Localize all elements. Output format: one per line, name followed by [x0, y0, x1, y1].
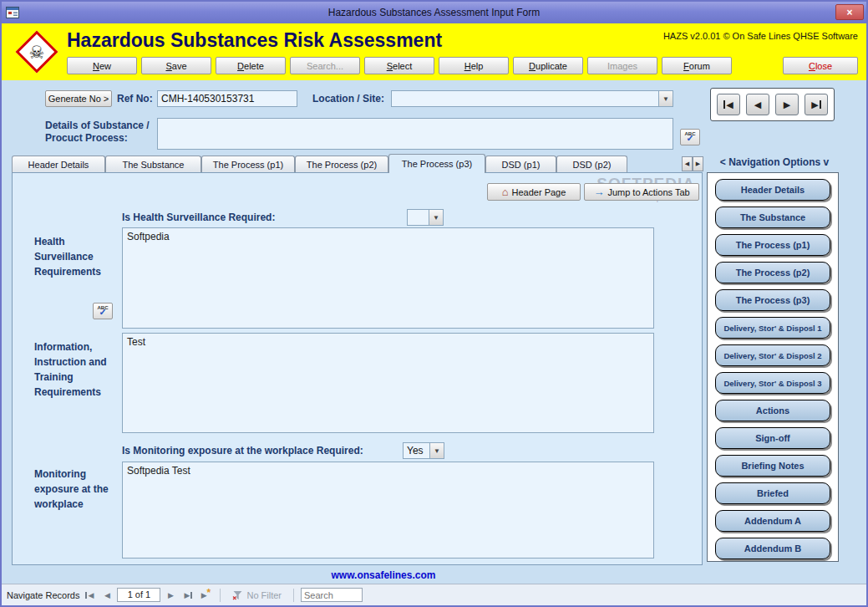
- header-page-label: Header Page: [512, 187, 566, 197]
- tab-the-substance[interactable]: The Substance: [105, 156, 201, 172]
- health-surveillance-textarea[interactable]: Softpedia: [122, 227, 654, 329]
- tab-dsd-p2[interactable]: DSD (p2): [556, 156, 627, 172]
- sidebar-button-briefing-notes[interactable]: Briefing Notes: [715, 455, 830, 477]
- sidebar-button-sign-off[interactable]: Sign-off: [715, 427, 830, 449]
- status-next-record-button[interactable]: ▶: [163, 588, 178, 603]
- tab-process-p3[interactable]: The Process (p3): [388, 154, 485, 173]
- status-first-record-button[interactable]: ◀: [82, 588, 97, 603]
- spell-check-icon: ✓: [99, 308, 106, 317]
- app-window: Hazardous Substances Assessment Input Fo…: [0, 0, 868, 607]
- navigation-sidebar: Header Details The Substance The Process…: [707, 172, 839, 562]
- health-surveillance-combo-value: [407, 209, 429, 226]
- monitoring-dropdown-arrow[interactable]: ▼: [429, 442, 444, 459]
- new-record-button[interactable]: ▶*: [198, 588, 213, 603]
- save-button[interactable]: Save: [141, 57, 211, 74]
- monitoring-textarea[interactable]: Softpedia Test: [122, 462, 654, 559]
- information-training-label: Information, Instruction and Training Re…: [34, 339, 126, 400]
- tab-dsd-p1[interactable]: DSD (p1): [485, 156, 556, 172]
- form-heading: Hazardous Substances Risk Assessment: [67, 29, 442, 52]
- monitoring-combobox[interactable]: Yes ▼: [403, 442, 444, 459]
- health-surveillance-combobox[interactable]: ▼: [407, 209, 444, 226]
- window-title: Hazardous Substances Assessment Input Fo…: [2, 7, 866, 18]
- sidebar-button-addendum-a[interactable]: Addendum A: [715, 510, 830, 532]
- help-button[interactable]: Help: [439, 57, 509, 74]
- ref-no-input[interactable]: [157, 90, 297, 107]
- tab-header-details[interactable]: Header Details: [12, 156, 105, 172]
- form-body: Generate No > Ref No: Location / Site: ▼…: [2, 80, 866, 605]
- filter-button[interactable]: No Filter: [227, 589, 287, 601]
- information-training-textarea[interactable]: Test: [122, 333, 654, 433]
- spell-check-button[interactable]: ABC ✓: [680, 129, 700, 145]
- tab-process-p2[interactable]: The Process (p2): [295, 156, 388, 172]
- search-button[interactable]: Search...: [290, 57, 360, 74]
- spell-check-icon: ✓: [686, 134, 693, 143]
- new-record-star-icon: *: [207, 587, 211, 599]
- tab-scroll-right-button[interactable]: ▶: [693, 156, 703, 171]
- duplicate-button[interactable]: Duplicate: [513, 57, 583, 74]
- skull-icon: ☠: [29, 43, 45, 60]
- sidebar-button-process-p3[interactable]: The Process (p3): [715, 289, 830, 311]
- sidebar-button-process-p2[interactable]: The Process (p2): [715, 262, 830, 283]
- location-combobox[interactable]: ▼: [391, 90, 673, 107]
- previous-record-button[interactable]: ◀: [746, 94, 769, 115]
- tab-page-process-p3: SOFTPEDIA www.softpedia.com ⌂ Header Pag…: [12, 172, 703, 565]
- jump-to-actions-button[interactable]: → Jump to Actions Tab: [584, 183, 699, 201]
- tab-process-p1[interactable]: The Process (p1): [201, 156, 295, 172]
- window-close-button[interactable]: ×: [835, 4, 864, 20]
- select-button[interactable]: Select: [364, 57, 434, 74]
- sidebar-button-delivery-1[interactable]: Delivery, Stor' & Disposl 1: [715, 317, 830, 339]
- details-input[interactable]: [157, 118, 673, 150]
- health-surveillance-label: Health Surveillance Requirements: [34, 234, 118, 279]
- next-record-button[interactable]: ▶: [775, 94, 799, 115]
- sidebar-button-delivery-3[interactable]: Delivery, Stor' & Disposl 3: [715, 372, 830, 394]
- house-icon: ⌂: [502, 186, 509, 197]
- sidebar-button-actions[interactable]: Actions: [715, 400, 830, 421]
- statusbar-separator: [220, 589, 221, 602]
- sidebar-button-addendum-b[interactable]: Addendum B: [715, 538, 830, 559]
- sidebar-button-process-p1[interactable]: The Process (p1): [715, 234, 830, 256]
- last-record-button[interactable]: ▶: [805, 94, 828, 115]
- generate-no-button[interactable]: Generate No >: [45, 90, 112, 107]
- jump-to-actions-label: Jump to Actions Tab: [607, 187, 689, 197]
- spell-check-button-2[interactable]: ABC ✓: [93, 303, 113, 319]
- navigation-options-label[interactable]: < Navigation Options v: [708, 156, 840, 168]
- monitoring-question-label: Is Monitoring exposure at the workplace …: [122, 445, 363, 457]
- main-toolbar: New Save Delete Search... Select Help Du…: [67, 57, 858, 74]
- ref-no-label: Ref No:: [117, 93, 153, 105]
- navigate-records-label: Navigate Records: [7, 590, 79, 600]
- record-position-box[interactable]: 1 of 1: [117, 588, 160, 602]
- record-search-input[interactable]: [301, 588, 363, 602]
- hazard-diamond-icon: ☠: [13, 28, 60, 75]
- header-page-button[interactable]: ⌂ Header Page: [487, 183, 581, 201]
- sidebar-button-the-substance[interactable]: The Substance: [715, 207, 830, 228]
- prev-arrow-icon: ◀: [754, 99, 761, 110]
- prev-arrow-icon: ◀: [88, 591, 94, 599]
- status-last-record-button[interactable]: ▶: [180, 588, 195, 603]
- last-record-icon: [190, 592, 192, 599]
- banner: ☠ Hazardous Substances Risk Assessment H…: [2, 23, 866, 80]
- new-button[interactable]: New: [67, 57, 137, 74]
- sidebar-button-briefed[interactable]: Briefed: [715, 482, 830, 504]
- location-value: [391, 90, 658, 107]
- filter-label: No Filter: [246, 590, 282, 600]
- location-dropdown-arrow[interactable]: ▼: [658, 90, 673, 107]
- details-label: Details of Substance / Procuct Process:: [45, 120, 162, 145]
- tab-scroll-left-button[interactable]: ◀: [682, 156, 693, 171]
- statusbar-separator: [293, 589, 294, 602]
- last-record-icon: [820, 100, 821, 109]
- tab-scroll-buttons: ◀ ▶: [682, 156, 703, 171]
- first-record-button[interactable]: ◀: [717, 94, 740, 115]
- forum-button[interactable]: Forum: [662, 57, 732, 74]
- tab-strip: Header DetailsThe SubstanceThe Process (…: [12, 154, 703, 172]
- close-form-button[interactable]: Close: [783, 57, 858, 74]
- images-button[interactable]: Images: [587, 57, 657, 74]
- status-previous-record-button[interactable]: ◀: [99, 588, 114, 603]
- chevron-down-icon: ▼: [434, 447, 440, 455]
- website-link[interactable]: www.onsafelines.com: [12, 569, 755, 581]
- prev-arrow-icon: ◀: [104, 591, 110, 599]
- delete-button[interactable]: Delete: [216, 57, 286, 74]
- health-surveillance-dropdown-arrow[interactable]: ▼: [429, 209, 444, 226]
- sidebar-button-delivery-2[interactable]: Delivery, Stor' & Disposl 2: [715, 344, 830, 366]
- sidebar-button-header-details[interactable]: Header Details: [715, 179, 830, 201]
- right-arrow-icon: ▶: [696, 161, 700, 167]
